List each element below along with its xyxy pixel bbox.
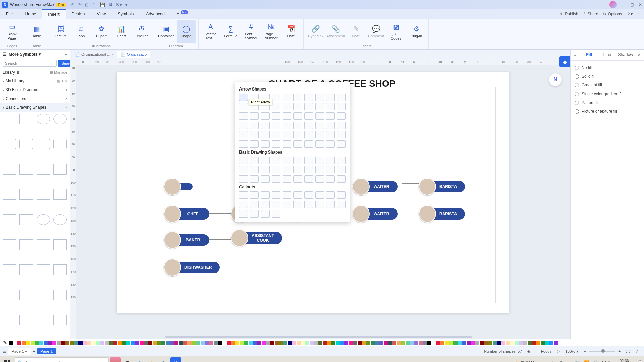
expand-panel-icon[interactable]: »	[571, 50, 580, 60]
shape-option[interactable]	[283, 201, 291, 208]
palette-shape[interactable]	[37, 164, 50, 175]
color-swatch[interactable]	[13, 341, 17, 345]
color-swatch[interactable]	[397, 341, 401, 345]
shape-option[interactable]	[250, 131, 259, 138]
meet-now-icon[interactable]: 📷	[575, 360, 580, 362]
color-swatch[interactable]	[427, 341, 431, 345]
color-swatch[interactable]	[510, 341, 514, 345]
color-swatch[interactable]	[9, 341, 13, 345]
shape-option[interactable]	[272, 103, 280, 110]
menu-file[interactable]: File	[0, 9, 19, 19]
palette-shape[interactable]	[3, 214, 16, 225]
tray-chevron-icon[interactable]: ⌃	[559, 360, 563, 362]
shape-option[interactable]	[326, 166, 335, 173]
close-icon[interactable]: ✕	[639, 2, 642, 7]
fill-option[interactable]: Gradient fill	[575, 81, 640, 89]
shape-option[interactable]	[261, 122, 270, 129]
color-swatch[interactable]	[301, 341, 305, 345]
palette-shape[interactable]	[37, 114, 50, 124]
shape-option[interactable]	[326, 201, 335, 208]
library-section[interactable]: Library⇵ ▦ Manage	[0, 68, 70, 77]
shape-option[interactable]	[272, 131, 280, 138]
palette-shape[interactable]	[53, 290, 67, 300]
color-swatch[interactable]	[222, 341, 226, 345]
color-swatch[interactable]	[166, 341, 170, 345]
color-swatch[interactable]	[57, 341, 61, 345]
shape-option[interactable]	[272, 157, 280, 164]
color-swatch[interactable]	[471, 341, 475, 345]
color-swatch[interactable]	[366, 341, 370, 345]
color-swatch[interactable]	[74, 341, 78, 345]
page-list-icon[interactable]: ▤	[3, 349, 6, 354]
menu-design[interactable]: Design	[66, 9, 91, 19]
shape-option[interactable]	[272, 191, 280, 199]
color-swatch[interactable]	[275, 341, 279, 345]
color-swatch[interactable]	[131, 341, 135, 345]
shape-option[interactable]	[337, 191, 346, 199]
palette-shape[interactable]	[37, 315, 50, 325]
shape-option[interactable]	[250, 175, 259, 183]
color-swatch[interactable]	[65, 341, 69, 345]
shape-option[interactable]	[239, 112, 248, 120]
share-button[interactable]: ⇪ Share	[583, 12, 598, 16]
shape-option[interactable]	[293, 157, 302, 164]
menu-insert[interactable]: Insert	[42, 9, 66, 19]
color-swatch[interactable]	[523, 341, 527, 345]
color-swatch[interactable]	[340, 341, 344, 345]
ribbon-timeline[interactable]: ⏱Timeline	[132, 20, 151, 43]
doc-tab[interactable]: 📄Organizatio	[117, 51, 150, 58]
volume-icon[interactable]: 🔊	[593, 360, 598, 362]
eyedropper-icon[interactable]: ✎	[3, 339, 7, 346]
tab-line[interactable]: Line	[598, 50, 616, 60]
shape-option[interactable]	[304, 131, 313, 138]
word-icon[interactable]: W	[158, 357, 169, 362]
palette-shape[interactable]	[37, 290, 50, 300]
shape-option[interactable]	[304, 103, 313, 110]
color-swatch[interactable]	[235, 341, 239, 345]
open-icon[interactable]: 🗀	[92, 2, 96, 7]
palette-shape[interactable]	[19, 114, 33, 124]
close-section-icon[interactable]: ×	[65, 97, 67, 101]
zoom-slider[interactable]	[589, 351, 615, 352]
save-icon[interactable]: 💾	[100, 2, 105, 7]
color-swatch[interactable]	[414, 341, 418, 345]
color-swatch[interactable]	[545, 341, 549, 345]
palette-shape[interactable]	[53, 264, 67, 275]
ribbon-vector-text[interactable]: AVector Text	[201, 20, 220, 43]
shape-option[interactable]	[261, 166, 270, 173]
color-swatch[interactable]	[227, 341, 231, 345]
shape-option[interactable]	[315, 122, 324, 129]
shape-option[interactable]	[239, 122, 248, 129]
ribbon-font-symbol[interactable]: #Font Symbol	[241, 20, 260, 43]
color-swatch[interactable]	[270, 341, 274, 345]
shape-option[interactable]	[315, 157, 324, 164]
node-assistant-cook[interactable]: ASSISTANT COOK	[231, 229, 282, 247]
color-swatch[interactable]	[384, 341, 388, 345]
start-button[interactable]	[1, 357, 13, 362]
color-swatch[interactable]	[288, 341, 292, 345]
shape-option[interactable]	[239, 166, 248, 173]
shape-option[interactable]	[261, 175, 270, 183]
shape-option[interactable]	[283, 166, 291, 173]
focus-button[interactable]: ⛶ Focus	[536, 349, 551, 353]
shape-option[interactable]	[293, 175, 302, 183]
ribbon-plug-in[interactable]: ⚙Plug-in	[407, 20, 426, 43]
color-swatch[interactable]	[187, 341, 192, 345]
ribbon-blank-page[interactable]: ▭Blank Page	[3, 20, 21, 43]
shape-option[interactable]	[239, 103, 248, 110]
add-page-icon[interactable]: +	[33, 349, 35, 353]
color-swatch[interactable]	[501, 341, 505, 345]
palette-shape[interactable]	[37, 239, 50, 250]
shape-option[interactable]	[293, 140, 302, 148]
shape-option[interactable]	[239, 131, 248, 138]
shape-option[interactable]	[326, 157, 335, 164]
shape-option[interactable]	[304, 94, 313, 101]
shape-option[interactable]	[326, 112, 335, 120]
shape-option[interactable]	[304, 112, 313, 120]
palette-shape[interactable]	[53, 114, 67, 124]
color-swatch[interactable]	[349, 341, 353, 345]
color-swatch[interactable]	[22, 341, 26, 345]
export-icon[interactable]: ⇱▾	[116, 2, 122, 7]
wifi-icon[interactable]: 📶	[584, 360, 589, 362]
edrawmax-icon[interactable]: D	[170, 357, 181, 362]
